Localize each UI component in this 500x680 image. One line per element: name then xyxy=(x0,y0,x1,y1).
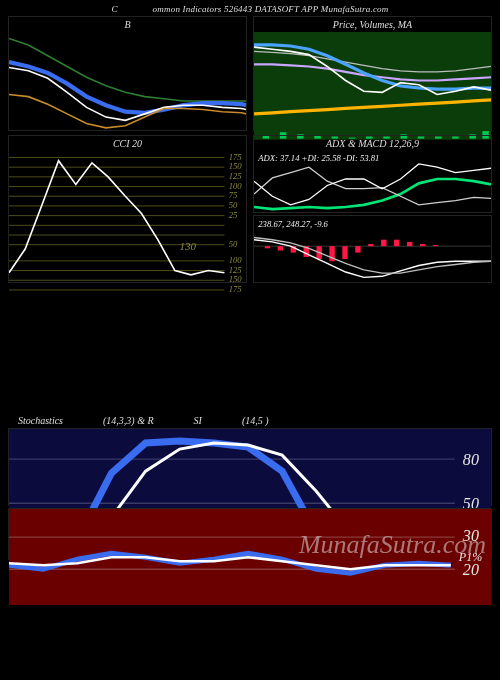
svg-text:125: 125 xyxy=(229,171,243,181)
panel-cci: CCI 20 175 150 125 100 75 50 25 50 100 1… xyxy=(8,135,247,283)
svg-text:50: 50 xyxy=(229,200,238,210)
stoch-label: Stochastics xyxy=(18,415,63,426)
chart-cci: 175 150 125 100 75 50 25 50 100 125 150 … xyxy=(9,151,246,293)
chart-rsi: 30 P1% 20 xyxy=(9,509,491,605)
panel-price-title: Price, Volumes, MA xyxy=(254,17,491,32)
svg-text:75: 75 xyxy=(229,190,238,200)
panel-adx: ADX & MACD 12,26,9 ADX: 37.14 +DI: 25.58… xyxy=(253,135,492,213)
stoch-params: (14,3,3) & R xyxy=(103,415,154,426)
svg-rect-43 xyxy=(278,246,283,250)
chart-adx: ADX: 37.14 +DI: 25.58 -DI: 53.81 xyxy=(254,151,491,220)
row-2: CCI 20 175 150 125 100 75 50 25 50 100 1… xyxy=(0,135,500,283)
stoch-title-row: Stochastics (14,3,3) & R SI (14,5 ) xyxy=(8,413,492,428)
rsi-params: (14,5 ) xyxy=(242,415,269,426)
panel-bollinger: B xyxy=(8,16,247,131)
panel-bollinger-title: B xyxy=(9,17,246,32)
header-mid: ommon Indicators 526443 DATASOFT APP Mun… xyxy=(153,4,389,14)
svg-text:25: 25 xyxy=(229,210,238,220)
svg-rect-53 xyxy=(407,242,412,246)
svg-text:125: 125 xyxy=(229,265,243,275)
svg-text:30: 30 xyxy=(462,527,479,544)
row-stoch: Stochastics (14,3,3) & R SI (14,5 ) 80 5… xyxy=(0,413,500,560)
svg-text:20: 20 xyxy=(463,561,479,578)
svg-rect-48 xyxy=(342,246,347,259)
adx-readout: ADX: 37.14 +DI: 25.58 -DI: 53.81 xyxy=(257,153,379,163)
header-left: C xyxy=(111,4,117,14)
panel-rsi: 30 P1% 20 xyxy=(8,508,492,560)
svg-text:50: 50 xyxy=(229,239,238,249)
svg-rect-0 xyxy=(254,32,491,140)
svg-text:175: 175 xyxy=(229,152,243,162)
svg-rect-42 xyxy=(265,246,270,248)
panel-adx-macd-stack: ADX & MACD 12,26,9 ADX: 37.14 +DI: 25.58… xyxy=(253,135,492,283)
svg-text:100: 100 xyxy=(229,181,243,191)
chart-bollinger xyxy=(9,32,246,140)
cci-last-value: 130 xyxy=(180,240,197,252)
svg-rect-52 xyxy=(394,240,399,246)
svg-rect-55 xyxy=(433,245,438,246)
svg-text:100: 100 xyxy=(229,255,243,265)
svg-rect-49 xyxy=(355,246,360,252)
svg-text:150: 150 xyxy=(229,274,243,284)
chart-price xyxy=(254,32,491,140)
svg-rect-50 xyxy=(368,244,373,246)
chart-macd: 238.67, 248.27, -9.6 xyxy=(254,216,491,285)
panel-price: Price, Volumes, MA Bands 20,2 xyxy=(253,16,492,131)
panel-adx-title: ADX & MACD 12,26,9 xyxy=(254,136,491,151)
rsi-si: SI xyxy=(194,415,202,426)
page-header: C ommon Indicators 526443 DATASOFT APP M… xyxy=(0,0,500,16)
svg-text:150: 150 xyxy=(229,161,243,171)
svg-rect-51 xyxy=(381,240,386,246)
panel-stoch: 80 50 20 xyxy=(8,428,492,506)
macd-readout: 238.67, 248.27, -9.6 xyxy=(258,219,328,229)
svg-rect-54 xyxy=(420,244,425,246)
panel-macd: 238.67, 248.27, -9.6 xyxy=(253,215,492,283)
row-1: B Price, Volumes, MA Bands 20,2 xyxy=(0,16,500,131)
panel-cci-title: CCI 20 xyxy=(9,136,246,151)
svg-text:175: 175 xyxy=(229,284,243,293)
svg-text:80: 80 xyxy=(463,451,479,468)
